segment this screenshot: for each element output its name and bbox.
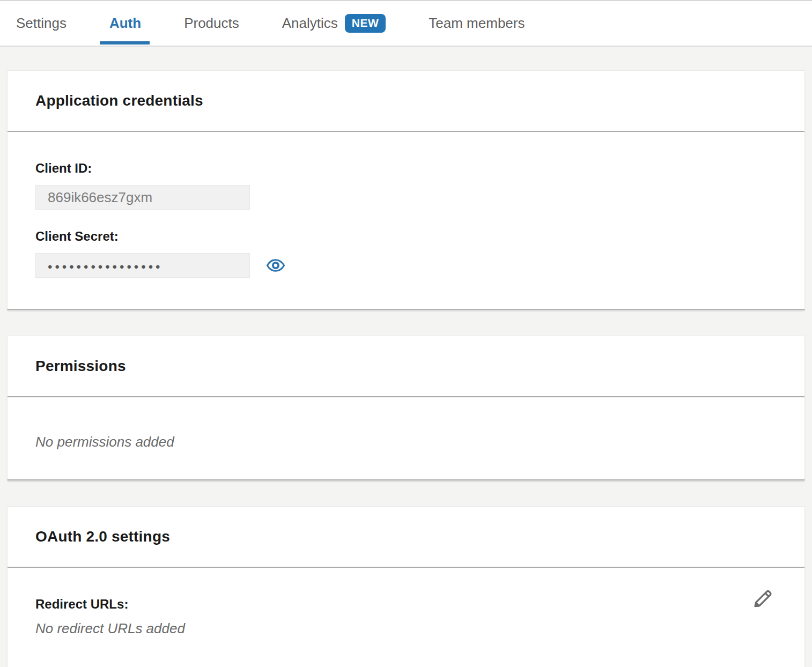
new-badge: NEW — [345, 14, 386, 33]
tab-products-label: Products — [184, 15, 239, 32]
tab-products[interactable]: Products — [184, 1, 239, 46]
client-secret-label: Client Secret: — [35, 229, 777, 244]
permissions-body: No permissions added — [8, 397, 804, 479]
redirect-urls-empty-text: No redirect URLs added — [35, 620, 777, 637]
reveal-secret-button[interactable] — [266, 258, 285, 272]
page-content: Application credentials Client ID: 869ik… — [0, 47, 812, 667]
permissions-title: Permissions — [35, 358, 126, 375]
permissions-card: Permissions No permissions added — [7, 336, 805, 480]
tab-settings-label: Settings — [16, 15, 67, 32]
client-id-value: 869ik66esz7gxm — [35, 185, 250, 210]
application-credentials-header: Application credentials — [8, 71, 804, 132]
tab-analytics[interactable]: Analytics NEW — [282, 1, 386, 46]
tab-auth[interactable]: Auth — [109, 1, 141, 46]
tab-settings[interactable]: Settings — [16, 1, 67, 46]
client-id-label: Client ID: — [35, 161, 777, 176]
oauth-settings-header: OAuth 2.0 settings — [8, 507, 804, 568]
oauth-settings-title: OAuth 2.0 settings — [35, 528, 170, 545]
application-credentials-body: Client ID: 869ik66esz7gxm Client Secret:… — [8, 132, 804, 309]
oauth-settings-body: Redirect URLs: No redirect URLs added — [8, 568, 804, 667]
client-secret-row: •••••••••••••••• — [35, 253, 777, 278]
client-secret-masked-text: •••••••••••••••• — [48, 257, 163, 273]
app-tab-bar: Settings Auth Products Analytics NEW Tea… — [0, 1, 812, 47]
edit-redirect-urls-button[interactable] — [750, 585, 774, 611]
client-id-text: 869ik66esz7gxm — [48, 189, 152, 206]
redirect-urls-label: Redirect URLs: — [35, 597, 777, 612]
permissions-header: Permissions — [8, 336, 804, 397]
tab-team-members[interactable]: Team members — [429, 1, 525, 46]
pencil-icon — [750, 585, 774, 611]
permissions-empty-text: No permissions added — [35, 434, 777, 450]
tab-analytics-label: Analytics — [282, 15, 338, 32]
tab-team-members-label: Team members — [429, 15, 525, 32]
eye-icon — [266, 258, 285, 272]
application-credentials-title: Application credentials — [35, 92, 203, 109]
client-secret-value: •••••••••••••••• — [35, 253, 250, 278]
tab-auth-label: Auth — [109, 15, 141, 32]
application-credentials-card: Application credentials Client ID: 869ik… — [7, 70, 805, 310]
oauth-settings-card: OAuth 2.0 settings Redirect URLs: No red… — [7, 506, 805, 667]
